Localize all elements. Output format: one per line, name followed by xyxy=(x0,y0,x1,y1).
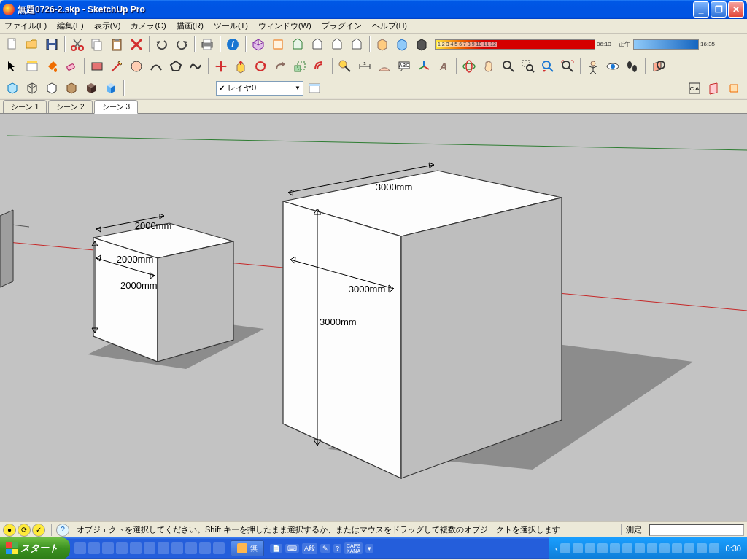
scene-tab-2[interactable]: シーン 2 xyxy=(48,100,92,114)
tray-icon[interactable] xyxy=(709,543,719,553)
minimize-button[interactable]: _ xyxy=(693,1,709,18)
ql-icon[interactable] xyxy=(213,542,225,554)
back-view-button[interactable] xyxy=(328,35,347,54)
left-view-button[interactable] xyxy=(347,35,366,54)
layer-manager-button[interactable] xyxy=(305,79,324,98)
layer-selector[interactable]: ✔ レイヤ0 ▼ xyxy=(216,81,303,96)
scene-tab-3[interactable]: シーン 3 xyxy=(94,100,138,114)
move-tool[interactable] xyxy=(212,57,231,76)
undo-button[interactable] xyxy=(152,35,171,54)
help-icon[interactable]: ? xyxy=(56,524,69,537)
info-button[interactable]: i xyxy=(223,35,242,54)
status-icon-3[interactable]: ✓ xyxy=(32,524,45,537)
menu-view[interactable]: 表示(V) xyxy=(94,20,121,31)
polygon-tool[interactable] xyxy=(166,57,185,76)
tray-icon[interactable] xyxy=(585,543,595,553)
delete-button[interactable] xyxy=(127,35,146,54)
hidden-line-style-button[interactable] xyxy=(42,79,61,98)
menu-camera[interactable]: カメラ(C) xyxy=(131,20,166,31)
new-file-button[interactable] xyxy=(3,35,22,54)
scale-tool[interactable] xyxy=(290,57,309,76)
axes-tool[interactable] xyxy=(414,57,433,76)
zoom-previous-tool[interactable] xyxy=(538,57,557,76)
ql-icon[interactable] xyxy=(116,542,128,554)
box3-icon[interactable] xyxy=(412,35,431,54)
menu-help[interactable]: ヘルプ(H) xyxy=(372,20,407,31)
tray-icon[interactable] xyxy=(684,543,694,553)
position-camera-tool[interactable] xyxy=(584,57,603,76)
taskbar-task-sketchup[interactable]: 無 xyxy=(231,540,264,556)
tray-icon[interactable] xyxy=(597,543,608,553)
maximize-button[interactable]: ❐ xyxy=(711,1,727,18)
front-view-button[interactable] xyxy=(288,35,307,54)
followme-tool[interactable] xyxy=(271,57,290,76)
component-tool[interactable] xyxy=(23,57,42,76)
scene-tab-1[interactable]: シーン 1 xyxy=(3,100,47,114)
ql-icon[interactable] xyxy=(171,542,183,554)
redo-button[interactable] xyxy=(172,35,191,54)
box2-icon[interactable] xyxy=(392,35,411,54)
ime-icon[interactable]: ✎ xyxy=(320,544,330,553)
status-icon-1[interactable]: ● xyxy=(3,524,16,537)
tray-icon[interactable] xyxy=(672,543,682,553)
ql-icon[interactable] xyxy=(199,542,211,554)
tape-measure-tool[interactable] xyxy=(336,57,355,76)
orbit-tool[interactable] xyxy=(460,57,479,76)
menu-edit[interactable]: 編集(E) xyxy=(57,20,84,31)
ime-mode[interactable]: A般 xyxy=(302,543,317,554)
top-view-button[interactable] xyxy=(268,35,287,54)
dimension-tool[interactable]: 3 xyxy=(355,57,374,76)
walk-tool[interactable] xyxy=(623,57,642,76)
paint-bucket-tool[interactable] xyxy=(42,57,61,76)
menu-draw[interactable]: 描画(R) xyxy=(177,20,204,31)
status-icon-2[interactable]: ⟳ xyxy=(18,524,31,537)
ql-icon[interactable] xyxy=(102,542,114,554)
iso-view-button[interactable] xyxy=(249,35,268,54)
section-display-button[interactable]: C A xyxy=(685,79,704,98)
shaded-textures-style-button[interactable] xyxy=(82,79,101,98)
section-plane-tool[interactable] xyxy=(649,57,667,76)
protractor-tool[interactable] xyxy=(375,57,394,76)
tray-icon[interactable] xyxy=(610,543,620,553)
tray-icon[interactable] xyxy=(560,543,570,553)
ime-icon[interactable]: 📄 xyxy=(270,544,282,553)
circle-tool[interactable] xyxy=(127,57,146,76)
eraser-tool[interactable] xyxy=(62,57,81,76)
ql-icon[interactable] xyxy=(144,542,155,554)
tray-icon[interactable] xyxy=(659,543,670,553)
pushpull-tool[interactable] xyxy=(231,57,250,76)
text-tool[interactable]: ABC xyxy=(395,57,414,76)
ime-icon[interactable]: ⌨ xyxy=(285,544,299,553)
zoom-extents-tool[interactable] xyxy=(558,57,577,76)
ime-icon[interactable]: ? xyxy=(333,544,341,553)
paste-button[interactable] xyxy=(107,35,126,54)
arc-tool[interactable] xyxy=(147,57,166,76)
tray-icon[interactable] xyxy=(635,543,645,553)
select-tool[interactable] xyxy=(3,57,22,76)
line-tool[interactable] xyxy=(107,57,126,76)
right-view-button[interactable] xyxy=(308,35,327,54)
menu-tools[interactable]: ツール(T) xyxy=(214,20,248,31)
shaded-style-button[interactable] xyxy=(62,79,81,98)
tray-icon[interactable] xyxy=(573,543,583,553)
monochrome-style-button[interactable] xyxy=(101,79,120,98)
measure-input[interactable] xyxy=(649,524,744,536)
section-fill-button[interactable] xyxy=(724,79,743,98)
tray-icon[interactable] xyxy=(622,543,632,553)
shadow-date-slider[interactable]: 1 2 3 4 5 6 7 8 9 10 11 12 xyxy=(435,39,595,50)
3dtext-tool[interactable]: A xyxy=(434,57,453,76)
ime-caps[interactable]: CAPSKANA xyxy=(344,542,363,554)
ql-icon[interactable] xyxy=(130,542,142,554)
open-file-button[interactable] xyxy=(23,35,42,54)
look-around-tool[interactable] xyxy=(603,57,622,76)
tray-expand-icon[interactable]: ‹ xyxy=(555,544,558,553)
zoom-window-tool[interactable] xyxy=(519,57,538,76)
cut-button[interactable] xyxy=(68,35,87,54)
copy-button[interactable] xyxy=(88,35,107,54)
save-file-button[interactable] xyxy=(42,35,61,54)
menu-plugins[interactable]: プラグイン xyxy=(322,20,362,31)
rectangle-tool[interactable] xyxy=(88,57,107,76)
tray-icon[interactable] xyxy=(647,543,657,553)
pan-tool[interactable] xyxy=(479,57,498,76)
wireframe-style-button[interactable] xyxy=(23,79,42,98)
